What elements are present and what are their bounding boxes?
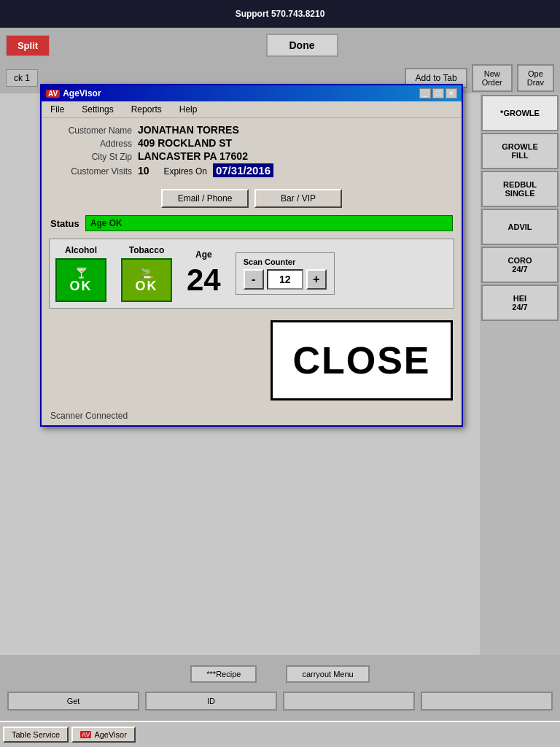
age-number-value: 24	[187, 263, 221, 298]
scanner-status: Scanner Connected	[42, 408, 462, 425]
tobacco-col: Tobacco 🚬 OK	[121, 245, 172, 302]
ck1-label: ck 1	[6, 69, 38, 87]
done-button[interactable]: Done	[266, 34, 338, 57]
menu-reports[interactable]: Reports	[128, 103, 165, 116]
alcohol-label: Alcohol	[65, 245, 97, 255]
new-order-button[interactable]: New Order	[472, 64, 513, 92]
age-verification-section: Alcohol 🍸 OK Tobacco 🚬 OK Age 24	[49, 239, 454, 309]
menu-settings[interactable]: Settings	[79, 103, 116, 116]
pos-toolbar1: Split Done	[0, 28, 560, 63]
status-text: Age OK	[90, 218, 122, 228]
customer-name-label: Customer Name	[50, 125, 138, 136]
address-label: Address	[50, 139, 138, 149]
city-value: LANCASTER PA 17602	[138, 150, 248, 162]
sidebar-item-redbull[interactable]: REDBUL SINGLE	[481, 171, 559, 207]
taskbar: Table Service AV AgeVisor	[0, 721, 560, 747]
scan-counter-label: Scan Counter	[244, 258, 327, 266]
agevisor-logo-icon: AV	[46, 90, 60, 98]
placeholder-button1[interactable]	[283, 692, 415, 711]
get-button[interactable]: Get	[7, 692, 139, 711]
scan-counter-group: Scan Counter - 12 +	[236, 252, 335, 295]
close-button[interactable]: CLOSE	[271, 320, 453, 400]
bottom-buttons-row: Get ID	[0, 689, 560, 713]
action-buttons-row: Email / Phone Bar / VIP	[42, 185, 462, 212]
expires-label: Expires On	[164, 166, 207, 177]
customer-info-section: Customer Name JONATHAN TORRES Address 40…	[42, 118, 462, 185]
martini-icon: 🍸	[75, 267, 88, 279]
top-support-bar: Support 570.743.8210	[0, 0, 560, 28]
age-col: Age 24	[187, 249, 221, 298]
close-button-area: CLOSE	[42, 313, 462, 408]
pos-background: Support 570.743.8210 Split Done ck 1 Add…	[0, 0, 560, 747]
agevisor-dialog: AV AgeVisor _ □ ✕ File Settings Reports …	[40, 84, 463, 427]
sidebar-item-growle[interactable]: *GROWLE	[481, 95, 559, 131]
scan-counter-minus-button[interactable]: -	[244, 269, 264, 290]
alcohol-ok-text: OK	[70, 279, 93, 294]
address-row: Address 409 ROCKLAND ST	[50, 137, 453, 149]
minimize-button[interactable]: _	[419, 88, 431, 98]
sidebar-item-growle-fill[interactable]: GROWLE FILL	[481, 133, 559, 169]
tobacco-icon: 🚬	[141, 267, 153, 279]
city-label: City St Zip	[50, 152, 138, 162]
status-row: Status Age OK	[42, 212, 462, 234]
visits-value: 10	[138, 165, 149, 177]
visits-label: Customer Visits	[50, 166, 138, 177]
maximize-button[interactable]: □	[432, 88, 444, 98]
carryout-menu-button[interactable]: carryout Menu	[286, 665, 369, 683]
visits-expires-row: Customer Visits 10 Expires On 07/31/2016	[50, 163, 453, 177]
sidebar-item-corona[interactable]: CORO 24/7	[481, 247, 559, 283]
dialog-titlebar: AV AgeVisor _ □ ✕	[42, 85, 462, 101]
dialog-window-controls: _ □ ✕	[419, 88, 457, 98]
dialog-menubar: File Settings Reports Help	[42, 101, 462, 118]
email-phone-button[interactable]: Email / Phone	[161, 189, 249, 208]
recipe-button[interactable]: ***Recipe	[190, 665, 257, 683]
agevisor-taskbar-label: AgeVisor	[94, 730, 126, 739]
status-label: Status	[50, 218, 79, 229]
status-bar: Age OK	[85, 215, 453, 231]
support-text: Support 570.743.8210	[236, 9, 325, 19]
customer-name-row: Customer Name JONATHAN TORRES	[50, 124, 453, 136]
scan-counter-plus-button[interactable]: +	[306, 269, 327, 290]
agevisor-taskbar-icon: AV	[80, 731, 91, 738]
city-row: City St Zip LANCASTER PA 17602	[50, 150, 453, 162]
scan-counter-controls: - 12 +	[244, 269, 327, 290]
sidebar-item-advil[interactable]: ADVIL	[481, 209, 559, 245]
scanner-status-text: Scanner Connected	[50, 411, 128, 421]
alcohol-ok-box: 🍸 OK	[55, 258, 106, 302]
bottom-bar: ***Recipe carryout Menu Get ID	[0, 655, 560, 721]
bottom-tabs-row: ***Recipe carryout Menu	[0, 662, 560, 686]
sidebar-item-hei[interactable]: HEI 24/7	[481, 285, 559, 321]
id-button[interactable]: ID	[145, 692, 277, 711]
tobacco-ok-text: OK	[136, 279, 158, 294]
dialog-title-text: AgeVisor	[63, 88, 101, 98]
tobacco-ok-box: 🚬 OK	[121, 258, 172, 302]
bar-vip-button[interactable]: Bar / VIP	[254, 189, 342, 208]
table-service-taskbar-btn[interactable]: Table Service	[3, 727, 69, 743]
agevisor-taskbar-btn[interactable]: AV AgeVisor	[71, 727, 136, 743]
right-sidebar: *GROWLE GROWLE FILL REDBUL SINGLE ADVIL …	[480, 93, 560, 747]
address-value: 409 ROCKLAND ST	[138, 137, 232, 149]
close-window-button[interactable]: ✕	[446, 88, 457, 98]
tobacco-label: Tobacco	[129, 245, 164, 255]
alcohol-col: Alcohol 🍸 OK	[55, 245, 106, 302]
customer-name-value: JONATHAN TORRES	[138, 124, 239, 136]
dialog-title: AV AgeVisor	[46, 88, 101, 98]
scan-counter-value: 12	[267, 269, 303, 290]
placeholder-button2[interactable]	[421, 692, 553, 711]
split-button[interactable]: Split	[6, 35, 50, 56]
menu-help[interactable]: Help	[176, 103, 201, 116]
menu-file[interactable]: File	[47, 103, 67, 116]
expires-value: 07/31/2016	[213, 163, 273, 177]
open-draw-button[interactable]: Ope Drav	[517, 64, 554, 92]
age-number-label: Age	[195, 249, 212, 260]
